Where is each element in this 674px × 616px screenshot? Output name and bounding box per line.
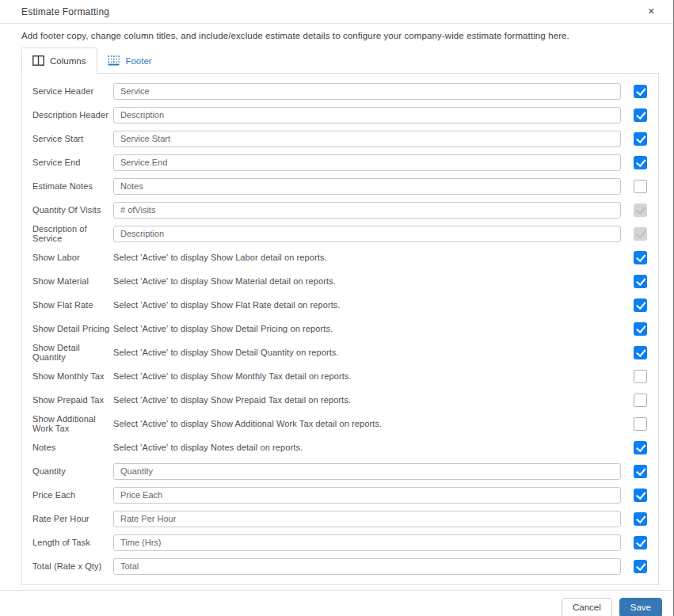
row-field <box>113 178 621 195</box>
active-checkbox[interactable] <box>634 85 647 98</box>
row-field: Select 'Active' to display Show Addition… <box>113 419 621 428</box>
active-checkbox[interactable] <box>634 441 647 454</box>
column-title-input[interactable] <box>113 107 621 124</box>
row-hint-text: Select 'Active' to display Show Flat Rat… <box>113 300 341 310</box>
tab-footer[interactable]: Footer <box>97 48 162 73</box>
row-field <box>113 131 621 147</box>
row-field <box>113 154 621 171</box>
row-field <box>113 487 621 504</box>
row-label: Total (Rate x Qty) <box>32 561 113 571</box>
row-hint-text: Select 'Active' to display Notes detail … <box>113 443 303 452</box>
active-checkbox[interactable] <box>634 108 647 122</box>
row-hint-text: Select 'Active' to display Show Labor de… <box>113 253 327 262</box>
active-checkbox[interactable] <box>634 536 647 549</box>
column-title-input[interactable] <box>113 463 621 480</box>
columns-row-list: Service Header Description Header Servic… <box>21 74 659 585</box>
column-title-input[interactable] <box>113 534 621 551</box>
modal-description: Add footer copy, change column titles, a… <box>0 24 673 48</box>
active-checkbox[interactable] <box>634 394 647 407</box>
active-checkbox[interactable] <box>634 370 647 383</box>
column-title-input[interactable] <box>113 487 621 504</box>
row-estimate-notes: Estimate Notes <box>22 174 658 198</box>
row-hint-text: Select 'Active' to display Show Detail Q… <box>113 348 339 357</box>
column-title-input[interactable] <box>113 154 621 171</box>
column-title-input[interactable] <box>113 202 621 219</box>
row-label: Service Start <box>32 134 113 143</box>
column-title-input[interactable] <box>113 131 621 147</box>
active-checkbox[interactable] <box>634 512 647 526</box>
tab-columns[interactable]: Columns <box>21 48 97 74</box>
row-label: Price Each <box>32 490 113 500</box>
row-field <box>113 83 621 100</box>
row-show-material: Show Material Select 'Active' to display… <box>22 269 658 293</box>
modal-header: Estimate Formatting ✕ <box>0 0 673 24</box>
active-checkbox[interactable] <box>634 132 647 146</box>
active-checkbox[interactable] <box>634 465 647 478</box>
row-label: Show Material <box>32 276 113 286</box>
row-field: Select 'Active' to display Notes detail … <box>113 443 621 452</box>
active-checkbox[interactable] <box>634 156 647 169</box>
active-checkbox[interactable] <box>634 298 647 312</box>
row-notes: Notes Select 'Active' to display Notes d… <box>22 435 658 459</box>
row-label: Length of Task <box>32 538 113 547</box>
modal-footer: Cancel Save <box>0 590 673 616</box>
row-field: Select 'Active' to display Show Detail Q… <box>113 348 621 357</box>
row-service-header: Service Header <box>22 79 658 103</box>
active-checkbox[interactable] <box>634 275 647 288</box>
row-hint-text: Select 'Active' to display Show Monthly … <box>113 371 352 381</box>
row-field: Select 'Active' to display Show Prepaid … <box>113 395 621 405</box>
row-label: Show Detail Pricing <box>32 324 113 333</box>
row-service-start: Service Start <box>22 127 658 150</box>
row-hint-text: Select 'Active' to display Show Addition… <box>113 419 382 428</box>
row-length-of-task: Length of Task <box>22 530 658 554</box>
tab-columns-label: Columns <box>50 56 86 66</box>
row-label: Notes <box>32 443 113 452</box>
row-hint-text: Select 'Active' to display Show Detail P… <box>113 324 333 333</box>
tab-bar: Columns Footer <box>21 48 659 74</box>
active-checkbox[interactable] <box>634 489 647 502</box>
row-field <box>113 107 621 124</box>
row-description-of-service: Description of Service <box>22 222 658 245</box>
row-show-detail-pricing: Show Detail Pricing Select 'Active' to d… <box>22 317 658 340</box>
column-title-input[interactable] <box>113 511 621 527</box>
active-checkbox-disabled <box>634 227 647 241</box>
row-description-header: Description Header <box>22 103 658 127</box>
save-button[interactable]: Save <box>619 598 662 616</box>
row-field <box>113 558 621 575</box>
active-checkbox[interactable] <box>634 322 647 336</box>
tab-footer-label: Footer <box>125 56 151 66</box>
row-field: Select 'Active' to display Show Material… <box>113 276 621 286</box>
estimate-formatting-modal: Estimate Formatting ✕ Add footer copy, c… <box>0 0 674 616</box>
row-show-monthly-tax: Show Monthly Tax Select 'Active' to disp… <box>22 364 658 388</box>
active-checkbox[interactable] <box>634 417 647 431</box>
row-label: Show Labor <box>32 253 113 262</box>
row-hint-text: Select 'Active' to display Show Material… <box>113 276 336 286</box>
active-checkbox[interactable] <box>634 251 647 264</box>
row-quantity: Quantity <box>22 459 658 483</box>
active-checkbox[interactable] <box>634 560 647 573</box>
row-label: Show Additional Work Tax <box>32 414 113 433</box>
column-title-input[interactable] <box>113 226 621 242</box>
row-price-each: Price Each <box>22 483 658 507</box>
row-total-rate-x-qty: Total (Rate x Qty) <box>22 554 658 578</box>
row-field: Select 'Active' to display Show Monthly … <box>113 371 621 381</box>
row-label: Show Detail Quantity <box>32 343 113 362</box>
row-label: Quantity <box>32 466 113 476</box>
row-label: Show Flat Rate <box>32 300 113 310</box>
column-title-input[interactable] <box>113 178 621 195</box>
row-field <box>113 534 621 551</box>
row-field: Select 'Active' to display Show Labor de… <box>113 253 621 262</box>
row-field <box>113 202 621 219</box>
close-icon[interactable]: ✕ <box>645 6 657 17</box>
row-label: Estimate Notes <box>32 181 113 191</box>
row-field <box>113 511 621 527</box>
column-title-input[interactable] <box>113 83 621 100</box>
active-checkbox[interactable] <box>634 180 647 193</box>
column-title-input[interactable] <box>113 558 621 575</box>
modal-title: Estimate Formatting <box>21 6 109 17</box>
row-rate-per-hour: Rate Per Hour <box>22 507 658 530</box>
row-label: Quantity Of Visits <box>32 205 113 215</box>
row-service-end: Service End <box>22 150 658 174</box>
active-checkbox[interactable] <box>634 346 647 359</box>
cancel-button[interactable]: Cancel <box>562 598 612 616</box>
